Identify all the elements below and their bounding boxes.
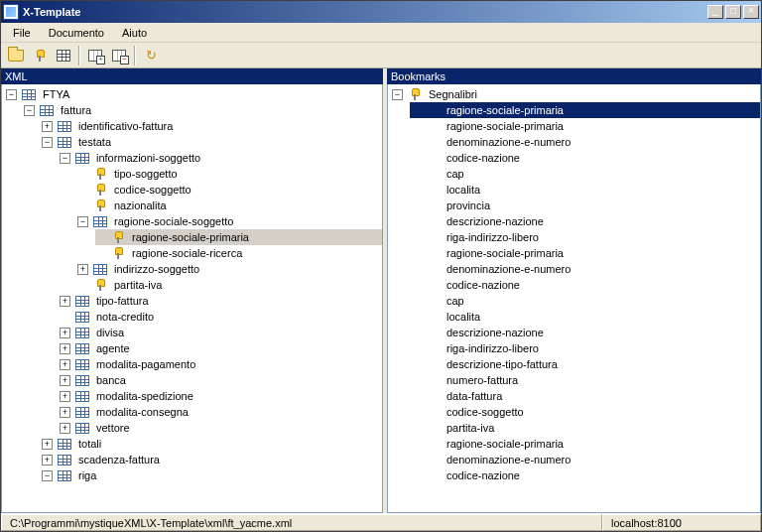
tree-row[interactable]: +scadenza-fattura	[42, 452, 382, 467]
expander[interactable]: +	[60, 391, 70, 402]
expander[interactable]: −	[392, 89, 403, 100]
tree-row[interactable]: denominazione-e-numero	[410, 261, 760, 277]
tree-row[interactable]: denominazione-e-numero	[410, 452, 760, 467]
minimize-button[interactable]: _	[707, 5, 723, 19]
expander[interactable]: +	[60, 375, 70, 386]
expand-all-button[interactable]: +	[84, 45, 106, 66]
tree-row[interactable]: data-fattura	[410, 388, 760, 404]
tree-row[interactable]: codice-nazione	[410, 277, 760, 293]
tree-row[interactable]: riga-indirizzo-libero	[410, 340, 760, 356]
table-icon	[74, 421, 90, 435]
titlebar[interactable]: X-Template _ □ ×	[1, 1, 761, 23]
menu-file[interactable]: File	[5, 25, 39, 41]
tree-row[interactable]: +divisa	[60, 325, 382, 340]
tree-row[interactable]: ragione-sociale-primaria	[410, 436, 760, 452]
expander[interactable]: −	[60, 153, 70, 164]
tree-row[interactable]: ragione-sociale-primaria	[410, 118, 760, 134]
expander[interactable]: +	[77, 264, 88, 275]
expander[interactable]: +	[60, 407, 70, 418]
tree-row[interactable]: +vettore	[60, 420, 382, 436]
tree-row[interactable]: +banca	[60, 372, 382, 388]
tree-label: codice-soggetto	[444, 406, 526, 418]
expander[interactable]: +	[42, 455, 53, 466]
refresh-button[interactable]: ↻	[140, 45, 162, 66]
xml-pane: XML −FTYA−fattura+identificativo-fattura…	[1, 68, 383, 513]
tree-row[interactable]: codice-nazione	[410, 467, 760, 483]
tree-row[interactable]: tipo-soggetto	[77, 166, 382, 182]
expander[interactable]: −	[42, 470, 53, 481]
tree-row[interactable]: −riga	[42, 467, 382, 483]
pin-icon	[92, 199, 108, 212]
table-icon	[74, 310, 90, 324]
tree-row[interactable]: −testata	[42, 134, 382, 150]
tree-label: nota-credito	[94, 311, 156, 323]
tree-label: tipo-fattura	[94, 295, 151, 307]
tree-row[interactable]: +indirizzo-soggetto	[77, 261, 382, 277]
expander[interactable]: +	[42, 121, 53, 132]
bookmarks-tree[interactable]: −Segnalibriragione-sociale-primariaragio…	[387, 84, 761, 513]
tree-row[interactable]: denominazione-e-numero	[410, 134, 760, 150]
expander[interactable]: +	[42, 439, 53, 450]
menu-aiuto[interactable]: Aiuto	[114, 25, 155, 41]
close-button[interactable]: ×	[743, 5, 759, 19]
expander[interactable]: +	[60, 343, 70, 354]
statusbar: C:\Programmi\mystiqueXML\X-Template\xml\…	[1, 513, 761, 531]
tree-label: ragione-sociale-soggetto	[112, 215, 235, 227]
tree-row[interactable]: cap	[410, 293, 760, 309]
expander[interactable]: +	[60, 423, 70, 434]
tree-row[interactable]: +identificativo-fattura	[42, 118, 382, 134]
tree-row[interactable]: localita	[410, 182, 760, 198]
pin-icon	[110, 230, 126, 244]
tree-row[interactable]: ragione-sociale-primaria	[410, 245, 760, 261]
tree-row[interactable]: ragione-sociale-primaria	[95, 229, 382, 245]
tree-row[interactable]: riga-indirizzo-libero	[410, 229, 760, 245]
tree-row[interactable]: provincia	[410, 198, 760, 213]
tree-row[interactable]: ragione-sociale-primaria	[410, 102, 760, 118]
expander[interactable]: −	[42, 137, 53, 148]
tree-row[interactable]: −fattura	[24, 102, 382, 118]
tree-row[interactable]: +agente	[60, 340, 382, 356]
tree-row[interactable]: +modalita-pagamento	[60, 356, 382, 372]
open-button[interactable]	[5, 45, 27, 66]
tree-row[interactable]: +modalita-spedizione	[60, 388, 382, 404]
tree-row[interactable]: codice-soggetto	[410, 404, 760, 420]
tree-row[interactable]: descrizione-nazione	[410, 213, 760, 229]
collapse-all-button[interactable]: −	[108, 45, 130, 66]
table-icon	[74, 373, 90, 387]
tree-row[interactable]: partita-iva	[410, 420, 760, 436]
tree-row[interactable]: +tipo-fattura	[60, 293, 382, 309]
expander[interactable]: −	[77, 216, 88, 227]
tree-row[interactable]: numero-fattura	[410, 372, 760, 388]
tree-label: fattura	[59, 104, 93, 116]
tree-row[interactable]: −Segnalibri	[392, 86, 760, 102]
pin-button[interactable]	[29, 45, 51, 66]
xml-tree[interactable]: −FTYA−fattura+identificativo-fattura−tes…	[1, 84, 383, 513]
tree-row[interactable]: +totali	[42, 436, 382, 452]
tree-row[interactable]: codice-soggetto	[77, 182, 382, 198]
expander[interactable]: +	[60, 296, 70, 307]
tree-row[interactable]: nota-credito	[60, 309, 382, 325]
maximize-button[interactable]: □	[725, 5, 741, 19]
xml-pane-header: XML	[1, 68, 383, 84]
expander[interactable]: +	[60, 328, 70, 338]
tree-row[interactable]: +modalita-consegna	[60, 404, 382, 420]
tree-row[interactable]: descrizione-tipo-fattura	[410, 356, 760, 372]
tree-label: denominazione-e-numero	[444, 136, 572, 148]
tree-row[interactable]: ragione-sociale-ricerca	[95, 245, 382, 261]
expander[interactable]: −	[24, 105, 35, 116]
expander[interactable]: +	[60, 359, 70, 370]
table-icon	[74, 294, 90, 308]
tree-row[interactable]: −informazioni-soggetto	[60, 150, 382, 166]
tree-row[interactable]: nazionalita	[77, 198, 382, 213]
tree-row[interactable]: descrizione-nazione	[410, 325, 760, 340]
menu-documento[interactable]: Documento	[41, 25, 112, 41]
table-icon	[74, 357, 90, 371]
grid-button[interactable]	[53, 45, 74, 66]
tree-row[interactable]: partita-iva	[77, 277, 382, 293]
tree-row[interactable]: cap	[410, 166, 760, 182]
tree-row[interactable]: codice-nazione	[410, 150, 760, 166]
expander[interactable]: −	[6, 89, 17, 100]
tree-row[interactable]: localita	[410, 309, 760, 325]
tree-row[interactable]: −FTYA	[6, 86, 382, 102]
tree-row[interactable]: −ragione-sociale-soggetto	[77, 213, 382, 229]
